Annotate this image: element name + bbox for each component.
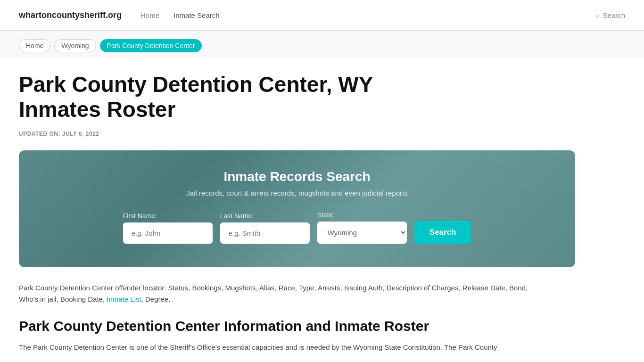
state-group: State: WyomingAlabamaAlaskaArizonaArkans… bbox=[317, 211, 407, 244]
description-text: Park County Detention Center offender lo… bbox=[19, 282, 537, 305]
first-name-label: First Name: bbox=[123, 212, 213, 220]
site-logo[interactable]: whartoncountysheriff.org bbox=[19, 10, 122, 20]
search-icon: ⌕ bbox=[596, 11, 600, 19]
state-label: State: bbox=[317, 211, 407, 219]
last-name-input[interactable] bbox=[220, 222, 310, 244]
description-main: Park County Detention Center offender lo… bbox=[19, 284, 528, 303]
breadcrumb-home[interactable]: Home bbox=[19, 39, 50, 52]
breadcrumb-park-county[interactable]: Park County Detention Center bbox=[100, 39, 202, 52]
section-body: The Park County Detention Center is one … bbox=[19, 342, 537, 353]
first-name-input[interactable] bbox=[123, 222, 213, 244]
search-button[interactable]: Search bbox=[414, 221, 471, 244]
page-title: Park County Detention Center, WY Inmates… bbox=[19, 72, 443, 122]
last-name-group: Last Name: bbox=[220, 212, 310, 244]
description-after: , Degree. bbox=[141, 295, 171, 303]
first-name-group: First Name: bbox=[123, 212, 213, 244]
inmate-list-link[interactable]: Inmate List bbox=[107, 295, 141, 303]
header-search-label: Search bbox=[603, 11, 625, 19]
search-form: First Name: Last Name: State: WyomingAla… bbox=[47, 211, 547, 244]
main-nav: Home Inmate Search bbox=[140, 11, 577, 19]
header-search-trigger[interactable]: ⌕ Search bbox=[596, 11, 625, 19]
breadcrumb-wyoming[interactable]: Wyoming bbox=[54, 39, 96, 52]
last-name-label: Last Name: bbox=[220, 212, 310, 220]
state-select[interactable]: WyomingAlabamaAlaskaArizonaArkansasCalif… bbox=[317, 222, 407, 244]
breadcrumb: Home Wyoming Park County Detention Cente… bbox=[0, 31, 644, 58]
main-content: Park County Detention Center, WY Inmates… bbox=[0, 58, 644, 362]
widget-subtitle: Jail records, court & arrest records, mu… bbox=[47, 189, 547, 197]
widget-title: Inmate Records Search bbox=[47, 169, 547, 184]
nav-inmate-search[interactable]: Inmate Search bbox=[173, 11, 220, 19]
updated-label: UPDATED ON: JULY 6, 2022 bbox=[19, 131, 625, 137]
nav-home[interactable]: Home bbox=[140, 11, 159, 19]
inmate-records-search-widget: Inmate Records Search Jail records, cour… bbox=[19, 150, 575, 267]
section-title: Park County Detention Center Information… bbox=[19, 318, 625, 334]
site-header: whartoncountysheriff.org Home Inmate Sea… bbox=[0, 0, 644, 31]
